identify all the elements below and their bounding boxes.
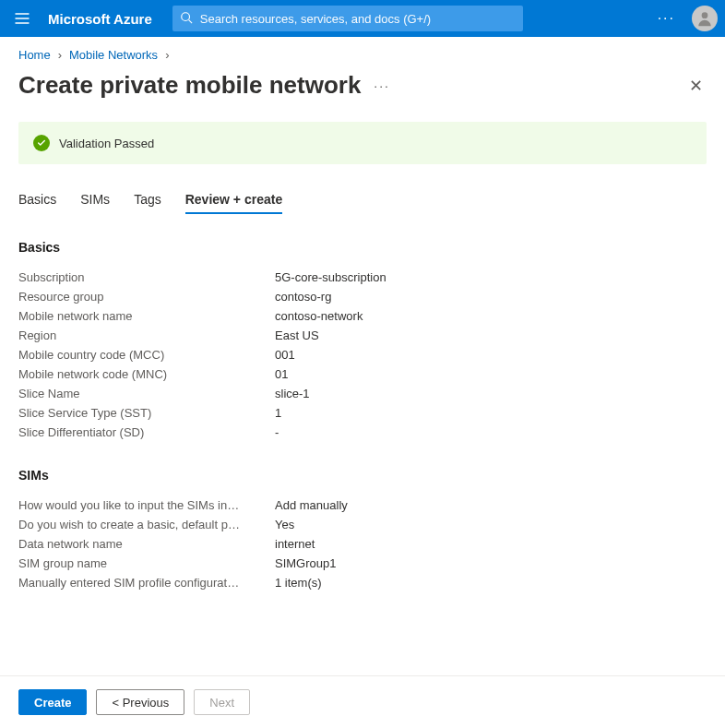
kv-label: Slice Service Type (SST) <box>18 406 275 420</box>
previous-button[interactable]: < Previous <box>96 689 184 715</box>
kv-label: Do you wish to create a basic, default p… <box>18 518 275 531</box>
svg-line-1 <box>188 19 192 23</box>
section-title: SIMs <box>18 468 707 483</box>
kv-row: Resource groupcontoso-rg <box>18 287 707 306</box>
kv-value: contoso-network <box>275 309 362 323</box>
breadcrumb: Home › Mobile Networks › <box>18 48 707 62</box>
create-button[interactable]: Create <box>18 689 87 715</box>
kv-label: Slice Differentiator (SD) <box>18 425 275 439</box>
kv-row: Do you wish to create a basic, default p… <box>18 515 707 534</box>
search-icon <box>180 11 193 27</box>
kv-label: Region <box>18 328 275 342</box>
tab-basics[interactable]: Basics <box>18 186 56 214</box>
kv-label: Resource group <box>18 290 275 304</box>
section-title: Basics <box>18 240 707 255</box>
kv-row: Mobile network namecontoso-network <box>18 306 707 326</box>
chevron-right-icon: › <box>165 48 169 62</box>
global-search[interactable] <box>172 6 523 31</box>
user-avatar[interactable] <box>692 6 718 31</box>
search-input[interactable] <box>200 12 516 26</box>
review-sections: BasicsSubscription5G-core-subscriptionRe… <box>18 240 707 618</box>
azure-topbar: Microsoft Azure ··· <box>0 0 725 37</box>
kv-value: slice-1 <box>275 387 310 400</box>
page-title: Create private mobile network <box>18 71 361 100</box>
kv-row: Subscription5G-core-subscription <box>18 268 707 287</box>
kv-label: Data network name <box>18 537 275 551</box>
kv-label: Mobile network name <box>18 309 275 323</box>
kv-row: How would you like to input the SIMs in…… <box>18 495 707 515</box>
kv-row: RegionEast US <box>18 326 707 345</box>
kv-row: Data network nameinternet <box>18 534 707 554</box>
kv-label: How would you like to input the SIMs in… <box>18 498 275 512</box>
title-more-icon[interactable]: ··· <box>374 78 390 93</box>
kv-value: 1 item(s) <box>275 576 322 590</box>
kv-value: Yes <box>275 518 294 531</box>
kv-label: Slice Name <box>18 387 275 400</box>
kv-value: Add manually <box>275 498 348 512</box>
kv-row: Mobile country code (MCC)001 <box>18 345 707 364</box>
close-icon[interactable]: ✕ <box>685 72 707 100</box>
kv-list: How would you like to input the SIMs in…… <box>18 495 707 592</box>
tab-tags[interactable]: Tags <box>134 186 161 214</box>
chevron-right-icon: › <box>58 48 62 62</box>
breadcrumb-home[interactable]: Home <box>18 48 51 62</box>
check-circle-icon <box>33 135 50 151</box>
svg-point-0 <box>182 12 190 20</box>
kv-value: 001 <box>275 348 295 362</box>
kv-label: Mobile network code (MNC) <box>18 367 275 381</box>
kv-label: Manually entered SIM profile configurat… <box>18 576 275 590</box>
tab-sims[interactable]: SIMs <box>80 186 110 214</box>
kv-row: SIM group nameSIMGroup1 <box>18 554 707 573</box>
brand-label: Microsoft Azure <box>48 11 152 27</box>
hamburger-menu-icon[interactable] <box>7 4 37 33</box>
kv-value: internet <box>275 537 315 551</box>
kv-value: 01 <box>275 367 288 381</box>
kv-label: Subscription <box>18 270 275 284</box>
kv-row: Manually entered SIM profile configurat…… <box>18 573 707 592</box>
validation-banner: Validation Passed <box>18 122 707 164</box>
kv-value: - <box>275 425 279 439</box>
kv-row: Slice Service Type (SST)1 <box>18 403 707 423</box>
title-row: Create private mobile network ··· ✕ <box>18 71 707 100</box>
wizard-footer: Create < Previous Next <box>0 675 725 728</box>
kv-label: Mobile country code (MCC) <box>18 348 275 362</box>
validation-message: Validation Passed <box>59 137 154 150</box>
tab-review-create[interactable]: Review + create <box>185 186 282 214</box>
kv-value: SIMGroup1 <box>275 556 336 570</box>
page-content: Home › Mobile Networks › Create private … <box>0 37 725 675</box>
kv-value: East US <box>275 328 319 342</box>
tabs: Basics SIMs Tags Review + create <box>18 186 707 214</box>
kv-row: Slice Nameslice-1 <box>18 384 707 403</box>
next-button: Next <box>194 689 250 715</box>
kv-row: Slice Differentiator (SD)- <box>18 423 707 442</box>
kv-row: Mobile network code (MNC)01 <box>18 364 707 384</box>
svg-point-2 <box>702 12 708 18</box>
topbar-more-icon[interactable]: ··· <box>652 10 681 27</box>
breadcrumb-mobile-networks[interactable]: Mobile Networks <box>69 48 158 62</box>
kv-value: contoso-rg <box>275 290 331 304</box>
kv-value: 1 <box>275 406 281 420</box>
kv-label: SIM group name <box>18 556 275 570</box>
kv-value: 5G-core-subscription <box>275 270 386 284</box>
kv-list: Subscription5G-core-subscriptionResource… <box>18 268 707 442</box>
